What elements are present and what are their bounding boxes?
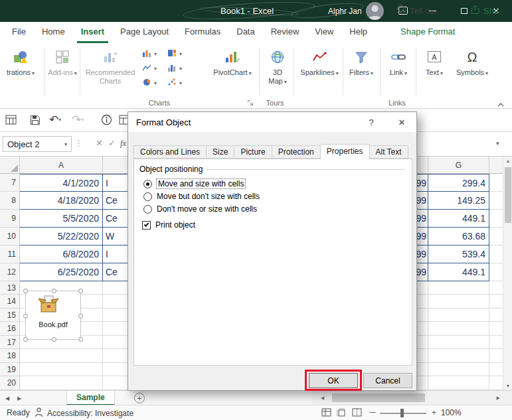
cell-f15[interactable]	[417, 309, 428, 322]
zoom-level[interactable]: 100%	[441, 408, 462, 417]
vertical-scrollbar[interactable]: ▲ ▼	[503, 157, 512, 390]
tab-data[interactable]: Data	[232, 22, 258, 43]
tab-formulas[interactable]: Formulas	[181, 22, 224, 43]
cell-h18[interactable]	[489, 349, 503, 363]
radio-dont-move-label[interactable]: Don't move or size with cells	[157, 204, 257, 214]
collapse-ribbon-icon[interactable]	[497, 100, 505, 109]
tab-insert[interactable]: Insert	[77, 22, 108, 43]
normal-view-icon[interactable]	[321, 408, 331, 419]
radio-move-and-size[interactable]	[143, 180, 152, 188]
cell-a19[interactable]	[20, 363, 103, 376]
insert-scatter-chart-button[interactable]: ▾	[167, 78, 182, 88]
new-sheet-button[interactable]: +	[134, 393, 145, 403]
cell-h8[interactable]	[489, 192, 503, 210]
insert-function-icon[interactable]: fx	[120, 138, 126, 149]
cell-h11[interactable]	[489, 245, 503, 263]
cell-a9[interactable]: 5/5/2020	[20, 210, 103, 228]
resize-handle[interactable]	[78, 337, 83, 342]
add-ins-button[interactable]: Add-ins▾	[46, 48, 78, 94]
cell-f13[interactable]	[417, 281, 428, 295]
cell-g20[interactable]	[428, 376, 489, 390]
cell-f7[interactable]: 99	[417, 174, 428, 192]
cell-g15[interactable]	[428, 309, 489, 322]
cell-g18[interactable]	[428, 349, 489, 363]
horizontal-scroll-thumb[interactable]	[332, 393, 425, 402]
row-header-15[interactable]: 15	[0, 309, 20, 322]
row-header-11[interactable]: 11	[0, 245, 20, 263]
share-button[interactable]: Sha	[470, 0, 512, 21]
tab-review[interactable]: Review	[267, 22, 303, 43]
cell-g8[interactable]: 149.25	[428, 192, 489, 210]
resize-handle[interactable]	[23, 289, 28, 293]
zoom-in-button[interactable]: +	[432, 408, 436, 417]
cell-h14[interactable]	[489, 295, 503, 309]
insert-hierarchy-chart-button[interactable]: ▾	[167, 49, 182, 59]
dialog-launcher-icon[interactable]	[247, 100, 254, 109]
cell-h16[interactable]	[489, 322, 503, 336]
resize-handle[interactable]	[52, 289, 56, 293]
resize-handle[interactable]	[52, 337, 56, 342]
save-icon[interactable]	[29, 114, 41, 126]
cell-h15[interactable]	[489, 309, 503, 322]
cell-f9[interactable]: 99	[417, 210, 428, 228]
tab-page-layout[interactable]: Page Layout	[116, 22, 173, 43]
dialog-tab-size[interactable]: Size	[207, 145, 234, 159]
column-header-h[interactable]	[489, 157, 503, 174]
insert-column-chart-button[interactable]: ▾	[142, 49, 157, 59]
cell-a8[interactable]: 4/18/2020	[20, 192, 103, 210]
dialog-tab-colors-and-lines[interactable]: Colors and Lines	[133, 145, 207, 159]
row-header-14[interactable]: 14	[0, 295, 20, 309]
table-grid-icon[interactable]	[5, 114, 17, 125]
row-header-19[interactable]: 19	[0, 363, 20, 376]
cell-g12[interactable]: 449.1	[428, 263, 489, 281]
cell-g7[interactable]: 299.4	[428, 174, 489, 192]
undo-button[interactable]: ↶ ▾	[49, 114, 61, 125]
row-header-7[interactable]: 7	[0, 174, 20, 192]
resize-handle[interactable]	[23, 314, 28, 318]
cell-a11[interactable]: 6/8/2020	[20, 245, 103, 263]
radio-move-not-size-label[interactable]: Move but don't size with cells	[157, 192, 260, 201]
cell-f11[interactable]: 99	[417, 245, 428, 263]
tab-shape-format[interactable]: Shape Format	[396, 22, 459, 43]
resize-handle[interactable]	[78, 289, 83, 293]
cell-f12[interactable]: 99	[417, 263, 428, 281]
3d-map-button[interactable]: 3D Map▾	[263, 48, 292, 94]
row-header-13[interactable]: 13	[0, 281, 20, 295]
cell-g9[interactable]: 449.1	[428, 210, 489, 228]
cell-f20[interactable]	[417, 376, 428, 390]
page-break-view-icon[interactable]	[352, 408, 362, 419]
cell-f8[interactable]: 99	[417, 192, 428, 210]
link-button[interactable]: Link▾	[384, 48, 413, 94]
accessibility-status[interactable]: Accessibility: Investigate	[35, 407, 133, 419]
cell-a18[interactable]	[20, 349, 103, 363]
vertical-scroll-thumb[interactable]	[505, 167, 511, 223]
pivotchart-button[interactable]: PivotChart▾	[210, 48, 255, 94]
formula-bar-splitter[interactable]: ⋮	[74, 138, 83, 148]
row-header-20[interactable]: 20	[0, 376, 20, 390]
tab-view[interactable]: View	[311, 22, 337, 43]
insert-pie-chart-button[interactable]: ▾	[142, 78, 157, 88]
page-layout-view-icon[interactable]	[337, 408, 347, 419]
cell-h17[interactable]	[489, 336, 503, 349]
illustrations-button[interactable]: trations▾	[0, 48, 41, 94]
dialog-tab-alt-text[interactable]: Alt Text	[370, 145, 408, 159]
cell-f10[interactable]: 99	[417, 228, 428, 245]
sparklines-button[interactable]: Sparklines▾	[298, 48, 341, 94]
row-header-17[interactable]: 17	[0, 336, 20, 349]
column-header-a[interactable]: A	[20, 157, 103, 174]
cell-f19[interactable]	[417, 363, 428, 376]
resize-handle[interactable]	[23, 337, 28, 342]
dialog-help-button[interactable]: ?	[358, 112, 384, 132]
print-object-checkbox[interactable]	[142, 221, 151, 230]
cell-h13[interactable]	[489, 281, 503, 295]
cell-g11[interactable]: 539.4	[428, 245, 489, 263]
column-header-g[interactable]: G	[428, 157, 489, 174]
recommended-charts-button[interactable]: Recommended Charts	[82, 48, 138, 94]
column-header-f[interactable]	[417, 157, 428, 174]
cell-h10[interactable]	[489, 228, 503, 245]
account-name[interactable]: Alphr Jan	[328, 7, 362, 16]
tab-file[interactable]: File	[8, 22, 30, 43]
ok-button[interactable]: OK	[309, 373, 358, 388]
horizontal-scrollbar[interactable]: ◀ ▶	[312, 391, 503, 405]
cell-g17[interactable]	[428, 336, 489, 349]
